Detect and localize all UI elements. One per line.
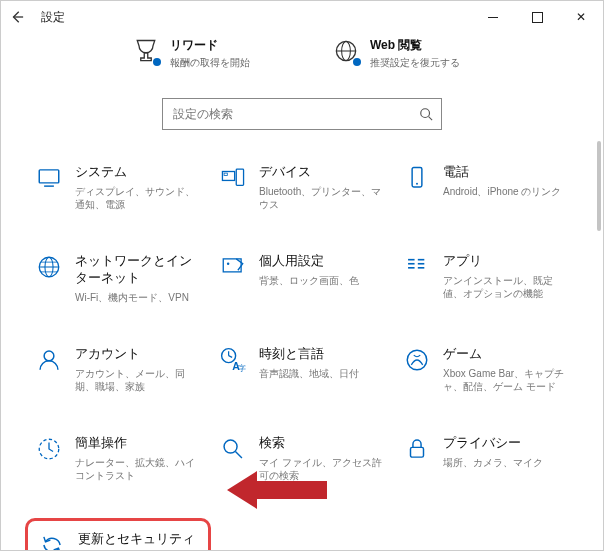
phone-icon <box>403 164 431 192</box>
category-title: プライバシー <box>443 435 543 452</box>
category-devices[interactable]: デバイスBluetooth、プリンター、マウス <box>215 158 389 217</box>
scrollbar[interactable] <box>597 141 601 231</box>
category-system[interactable]: システムディスプレイ、サウンド、通知、電源 <box>31 158 205 217</box>
category-phone[interactable]: 電話Android、iPhone のリンク <box>399 158 573 217</box>
category-accounts[interactable]: アカウントアカウント、メール、同期、職場、家族 <box>31 340 205 399</box>
category-desc: Xbox Game Bar、キャプチャ、配信、ゲーム モード <box>443 367 569 393</box>
category-update-security[interactable]: 更新とセキュリティWindows Update、回復、バックアップ <box>32 525 204 551</box>
promo-row: リワード 報酬の取得を開始 Web 閲覧 推奨設定を復元する <box>1 33 603 82</box>
category-desc: Wi-Fi、機内モード、VPN <box>75 291 201 304</box>
category-title: 電話 <box>443 164 561 181</box>
category-desc: Bluetooth、プリンター、マウス <box>259 185 385 211</box>
back-button[interactable] <box>1 1 33 33</box>
search-wrap <box>1 82 603 158</box>
category-desc: 音声認識、地域、日付 <box>259 367 359 380</box>
gaming-icon <box>403 346 431 374</box>
update-icon <box>38 531 66 551</box>
svg-rect-6 <box>39 170 59 183</box>
category-desc: 場所、カメラ、マイク <box>443 456 543 469</box>
privacy-icon <box>403 435 431 463</box>
category-desc: Android、iPhone のリンク <box>443 185 561 198</box>
categories-grid: システムディスプレイ、サウンド、通知、電源 デバイスBluetooth、プリンタ… <box>1 158 603 551</box>
svg-rect-21 <box>408 263 415 265</box>
svg-point-26 <box>44 351 54 361</box>
close-button[interactable] <box>559 1 603 33</box>
svg-point-4 <box>421 109 430 118</box>
back-arrow-icon <box>10 10 24 24</box>
category-desc: ディスプレイ、サウンド、通知、電源 <box>75 185 201 211</box>
promo-desc: 報酬の取得を開始 <box>170 56 250 70</box>
category-title: アカウント <box>75 346 201 363</box>
globe-icon <box>332 37 360 65</box>
category-search[interactable]: 検索マイ ファイル、アクセス許可の検索 <box>215 429 389 488</box>
category-personalization[interactable]: 個人用設定背景、ロック画面、色 <box>215 247 389 310</box>
titlebar: 設定 <box>1 1 603 33</box>
category-title: 時刻と言語 <box>259 346 359 363</box>
svg-point-34 <box>224 440 237 453</box>
category-privacy[interactable]: プライバシー場所、カメラ、マイク <box>399 429 573 488</box>
svg-point-19 <box>227 263 229 265</box>
promo-rewards[interactable]: リワード 報酬の取得を開始 <box>132 37 272 70</box>
category-title: 検索 <box>259 435 385 452</box>
svg-rect-20 <box>408 259 415 261</box>
maximize-button[interactable] <box>515 1 559 33</box>
promo-title: Web 閲覧 <box>370 37 460 54</box>
category-network[interactable]: ネットワークとインターネットWi-Fi、機内モード、VPN <box>31 247 205 310</box>
category-title: デバイス <box>259 164 385 181</box>
svg-rect-36 <box>411 447 424 457</box>
search-box[interactable] <box>162 98 442 130</box>
svg-rect-9 <box>236 169 243 185</box>
svg-line-29 <box>229 356 233 358</box>
category-title: アプリ <box>443 253 569 270</box>
ease-icon <box>35 435 63 463</box>
category-desc: ナレーター、拡大鏡、ハイコントラスト <box>75 456 201 482</box>
svg-rect-10 <box>224 173 227 175</box>
promo-web[interactable]: Web 閲覧 推奨設定を復元する <box>332 37 472 70</box>
devices-icon <box>219 164 247 192</box>
category-gaming[interactable]: ゲームXbox Game Bar、キャプチャ、配信、ゲーム モード <box>399 340 573 399</box>
promo-desc: 推奨設定を復元する <box>370 56 460 70</box>
time-language-icon: A字 <box>219 346 247 374</box>
category-desc: マイ ファイル、アクセス許可の検索 <box>259 456 385 482</box>
search-icon <box>419 107 433 121</box>
svg-rect-22 <box>408 267 415 269</box>
category-time-language[interactable]: A字 時刻と言語音声認識、地域、日付 <box>215 340 389 399</box>
svg-line-35 <box>235 451 242 458</box>
rewards-icon <box>132 37 160 65</box>
category-desc: 背景、ロック画面、色 <box>259 274 359 287</box>
accounts-icon <box>35 346 63 374</box>
svg-rect-24 <box>418 263 425 265</box>
category-desc: アカウント、メール、同期、職場、家族 <box>75 367 201 393</box>
apps-icon <box>403 253 431 281</box>
highlight-annotation: 更新とセキュリティWindows Update、回復、バックアップ <box>25 518 211 551</box>
system-icon <box>35 164 63 192</box>
personalization-icon <box>219 253 247 281</box>
category-title: システム <box>75 164 201 181</box>
promo-title: リワード <box>170 37 250 54</box>
window-controls <box>471 1 603 33</box>
category-ease-of-access[interactable]: 簡単操作ナレーター、拡大鏡、ハイコントラスト <box>31 429 205 488</box>
svg-rect-25 <box>418 267 425 269</box>
search-category-icon <box>219 435 247 463</box>
svg-line-5 <box>429 117 433 121</box>
svg-rect-23 <box>418 259 425 261</box>
window-title: 設定 <box>41 9 65 26</box>
minimize-button[interactable] <box>471 1 515 33</box>
category-desc: アンインストール、既定値、オプションの機能 <box>443 274 569 300</box>
svg-text:字: 字 <box>238 364 246 373</box>
category-title: ネットワークとインターネット <box>75 253 201 287</box>
category-title: 個人用設定 <box>259 253 359 270</box>
category-title: 簡単操作 <box>75 435 201 452</box>
category-title: 更新とセキュリティ <box>78 531 198 548</box>
svg-point-12 <box>416 183 418 185</box>
category-apps[interactable]: アプリアンインストール、既定値、オプションの機能 <box>399 247 573 310</box>
network-icon <box>35 253 63 281</box>
category-title: ゲーム <box>443 346 569 363</box>
search-input[interactable] <box>171 106 419 122</box>
